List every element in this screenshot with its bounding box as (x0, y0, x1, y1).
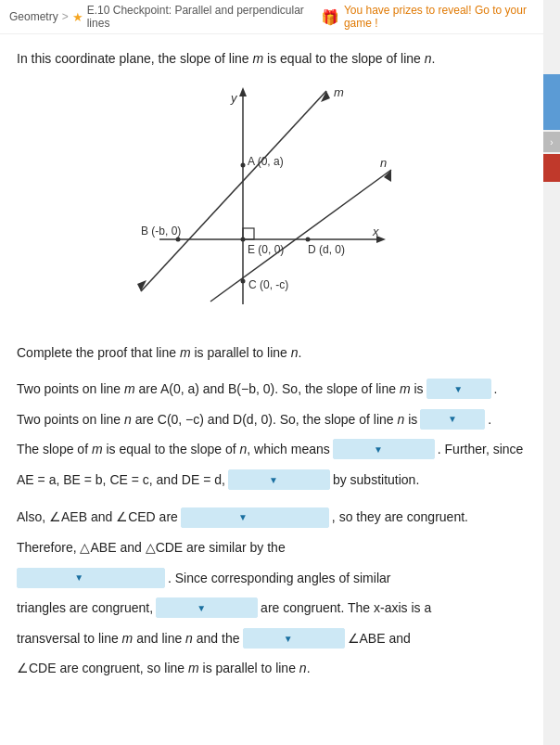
svg-point-16 (176, 238, 181, 242)
slope-m-value (431, 378, 452, 401)
proof-line-6: Therefore, △ABE and △CDE are similar by … (17, 535, 525, 560)
breadcrumb-subject: Geometry (9, 10, 58, 23)
svg-text:E (0, 0): E (0, 0) (248, 243, 284, 256)
similar-dropdown[interactable]: ▼ (17, 568, 165, 588)
svg-point-20 (306, 238, 311, 242)
means-dropdown[interactable]: ▼ (333, 439, 435, 459)
chevron-down-icon-3: ▼ (374, 441, 383, 458)
svg-text:m: m (334, 85, 344, 99)
svg-text:A (0, a): A (0, a) (248, 155, 284, 168)
right-sidebar: › (543, 0, 560, 745)
svg-line-10 (210, 170, 391, 302)
chevron-down-icon-5: ▼ (238, 508, 248, 526)
svg-point-14 (241, 163, 246, 168)
sidebar-tab-red[interactable] (543, 154, 560, 182)
svg-point-22 (241, 279, 246, 284)
svg-marker-1 (239, 87, 247, 96)
svg-text:D (d, 0): D (d, 0) (308, 243, 345, 256)
also-value (185, 506, 235, 529)
prize-icon: 🎁 (321, 8, 339, 26)
slope-n-value (425, 408, 445, 431)
proof-title: Complete the proof that line m is parall… (17, 340, 525, 366)
proof-line-8: triangles are congruent, ▼ are congruent… (17, 596, 525, 621)
breadcrumb-lesson: E.10 Checkpoint: Parallel and perpendicu… (87, 4, 317, 30)
proof-line-10: ∠CDE are congruent, so line m is paralle… (17, 656, 525, 681)
prize-text: You have prizes to reveal! Go to your ga… (344, 4, 551, 30)
chevron-down-icon-4: ▼ (269, 471, 278, 489)
chevron-down-icon-8: ▼ (284, 630, 293, 648)
chevron-down-icon-6: ▼ (74, 569, 83, 586)
proof-line-3: The slope of m is equal to the slope of … (17, 437, 525, 462)
proof-line-9: transversal to line m and line n and the… (17, 626, 525, 651)
star-icon: ★ (72, 10, 83, 24)
chevron-down-icon-2: ▼ (448, 410, 457, 428)
svg-point-18 (241, 238, 246, 242)
svg-text:C (0, -c): C (0, -c) (248, 278, 288, 291)
similar-value (21, 567, 71, 590)
prize-banner[interactable]: 🎁 You have prizes to reveal! Go to your … (321, 4, 551, 30)
svg-text:n: n (380, 156, 387, 170)
main-content: In this coordinate plane, the slope of l… (0, 34, 541, 705)
substitution-dropdown[interactable]: ▼ (228, 469, 330, 490)
chevron-down-icon: ▼ (453, 380, 463, 398)
coordinate-diagram: y x m n (132, 82, 410, 323)
sidebar-arrow[interactable]: › (543, 132, 560, 152)
breadcrumb: Geometry > ★ E.10 Checkpoint: Parallel a… (0, 0, 560, 34)
also-dropdown[interactable]: ▼ (181, 507, 329, 528)
svg-text:x: x (372, 225, 379, 238)
transversal-value (248, 627, 281, 650)
svg-line-6 (141, 91, 326, 291)
substitution-value (233, 469, 266, 492)
means-value (337, 438, 371, 461)
chevron-down-icon-7: ▼ (197, 599, 206, 617)
sidebar-tab-blue[interactable] (543, 74, 560, 130)
slope-n-dropdown[interactable]: ▼ (420, 409, 485, 430)
breadcrumb-separator: > (62, 10, 69, 23)
proof-line-1: Two points on line m are A(0, a) and B(−… (17, 377, 525, 402)
svg-text:y: y (230, 91, 238, 105)
diagram-container: y x m n (17, 82, 525, 323)
proof-line-4: AE = a, BE = b, CE = c, and DE = d, ▼ by… (17, 468, 525, 493)
svg-marker-11 (384, 170, 391, 182)
proof-line-2: Two points on line n are C(0, −c) and D(… (17, 407, 525, 432)
proof-line-7: ▼ . Since corresponding angles of simila… (17, 566, 525, 591)
congruent-dropdown[interactable]: ▼ (156, 597, 258, 618)
slope-m-dropdown[interactable]: ▼ (426, 379, 491, 399)
svg-text:B (-b, 0): B (-b, 0) (141, 225, 181, 238)
svg-rect-13 (243, 228, 254, 239)
proof-section: Complete the proof that line m is parall… (17, 340, 525, 681)
transversal-dropdown[interactable]: ▼ (243, 628, 345, 649)
proof-line-5: Also, ∠AEB and ∠CED are ▼ , so they are … (17, 505, 525, 530)
congruent-value (160, 597, 194, 620)
problem-statement: In this coordinate plane, the slope of l… (17, 49, 525, 69)
